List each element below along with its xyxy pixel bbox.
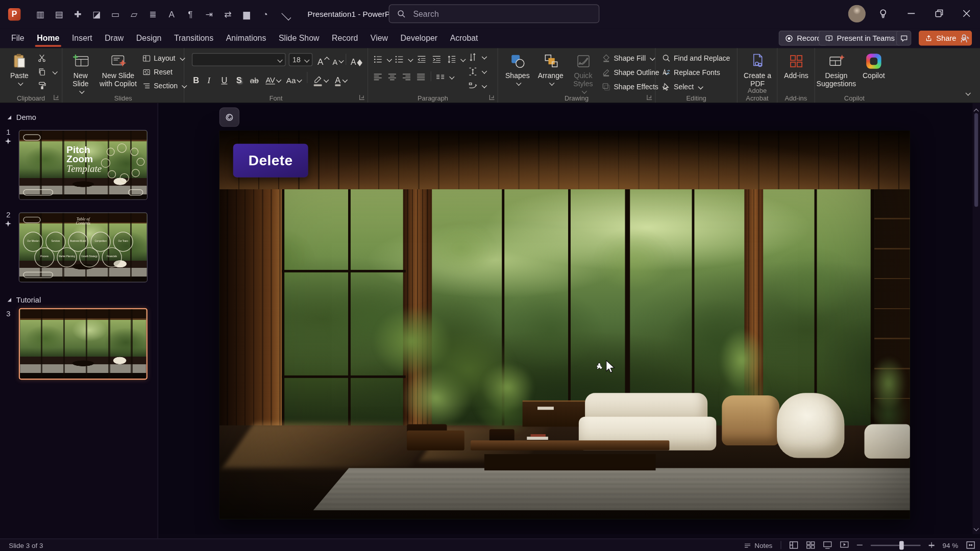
bold-button[interactable]: B <box>193 71 199 85</box>
align-right-button[interactable] <box>402 70 411 83</box>
character-spacing-button[interactable]: AV <box>265 71 281 85</box>
align-lines-icon[interactable]: ≣ <box>148 9 157 19</box>
presenter-coach-icon[interactable] <box>960 33 971 44</box>
clipboard-dialog-launcher[interactable] <box>54 95 59 100</box>
bullets-button[interactable] <box>373 53 391 65</box>
change-case-button[interactable]: Aa <box>286 71 302 85</box>
chart-bar-icon[interactable]: ▆ <box>242 9 251 19</box>
add-ins-button[interactable]: Add-ins <box>780 49 813 80</box>
vertical-scrollbar[interactable] <box>972 103 980 534</box>
zoom-level[interactable]: 94 % <box>942 541 958 549</box>
justify-button[interactable] <box>416 70 426 83</box>
comments-button[interactable] <box>896 31 911 45</box>
strikethrough-button[interactable]: ab <box>250 71 259 85</box>
increase-indent-button[interactable] <box>432 53 441 65</box>
tab-developer[interactable]: Developer <box>394 28 444 48</box>
drawing-dialog-launcher[interactable] <box>647 95 652 100</box>
text-direction-button[interactable] <box>468 51 486 63</box>
section-header-tutorial[interactable]: Tutorial <box>8 295 41 304</box>
format-painter-button[interactable] <box>37 80 46 92</box>
font-size-combo[interactable]: 18 <box>289 53 313 66</box>
select-button[interactable]: Select <box>662 81 703 93</box>
columns-button[interactable] <box>435 70 454 83</box>
close-button[interactable] <box>961 8 972 19</box>
tab-animations[interactable]: Animations <box>219 28 272 48</box>
search-input[interactable] <box>412 9 571 19</box>
avatar[interactable] <box>848 5 866 22</box>
tab-acrobat[interactable]: Acrobat <box>444 28 484 48</box>
grow-font-button[interactable]: A <box>317 53 329 66</box>
shrink-font-button[interactable]: A <box>332 53 343 66</box>
crop-icon[interactable]: ▱ <box>129 9 138 19</box>
zoom-in-button[interactable] <box>928 542 934 548</box>
placeholder-box-icon[interactable]: ▭ <box>111 9 120 19</box>
shape-fill-button[interactable]: Shape Fill <box>602 52 654 64</box>
search-box[interactable] <box>389 5 600 23</box>
shapes-button[interactable]: Shapes <box>502 49 533 85</box>
tab-transitions[interactable]: Transitions <box>168 28 220 48</box>
reset-button[interactable]: Reset <box>142 66 173 78</box>
view-slide-sorter-button[interactable] <box>806 541 815 549</box>
swap-objects-icon[interactable]: ⇄ <box>223 9 232 19</box>
new-slide-with-copilot-button[interactable]: New Slide with Copilot <box>97 49 139 88</box>
maximize-restore-button[interactable] <box>934 8 944 19</box>
minimize-button[interactable] <box>905 8 917 19</box>
design-suggestions-button[interactable]: Design Suggestions <box>816 49 856 88</box>
notes-button[interactable]: Notes <box>744 541 772 549</box>
tab-home[interactable]: Home <box>31 28 66 48</box>
section-header-demo[interactable]: Demo <box>8 113 36 122</box>
tab-view[interactable]: View <box>364 28 395 48</box>
tab-file[interactable]: File <box>5 28 31 48</box>
copilot-button[interactable]: Copilot <box>857 49 890 80</box>
distribute-vertical-icon[interactable]: ▥ <box>36 9 45 19</box>
slide-thumbnail-3-selected[interactable] <box>19 308 148 380</box>
shape-corner-icon[interactable]: ◪ <box>92 9 101 19</box>
clear-formatting-button[interactable]: A <box>351 53 362 66</box>
font-color-button[interactable]: A <box>334 71 347 85</box>
move-objects-icon[interactable]: ✚ <box>73 9 82 19</box>
italic-button[interactable]: I <box>208 71 211 85</box>
present-in-teams-button[interactable]: Present in Teams <box>819 31 901 45</box>
powerpoint-logo-icon[interactable]: P <box>8 8 20 20</box>
align-left-button[interactable] <box>373 70 382 83</box>
copy-button[interactable] <box>37 66 57 78</box>
font-dialog-launcher[interactable] <box>359 95 364 100</box>
section-button[interactable]: Section <box>142 80 186 92</box>
replace-fonts-button[interactable]: Replace Fonts <box>662 66 720 79</box>
lightbulb-icon[interactable] <box>877 8 889 19</box>
find-and-replace-button[interactable]: Find and Replace <box>662 52 730 64</box>
tab-record[interactable]: Record <box>326 28 364 48</box>
fit-to-window-button[interactable] <box>966 541 975 549</box>
tab-draw[interactable]: Draw <box>99 28 130 48</box>
align-center-button[interactable] <box>387 70 397 83</box>
create-a-pdf-button[interactable]: Create a PDF <box>740 49 775 88</box>
slide-thumbnail-1[interactable]: Pitch Zoom Template <box>19 130 148 200</box>
shape-style-icon[interactable]: ◔ <box>261 9 270 19</box>
customize-qat-chevron-icon[interactable] <box>279 9 291 19</box>
layout-button[interactable]: Layout <box>142 52 184 64</box>
distribute-horizontal-icon[interactable]: ▤ <box>55 9 64 19</box>
scrollbar-thumb[interactable] <box>974 113 978 207</box>
view-slideshow-button[interactable] <box>840 541 849 549</box>
numbering-button[interactable] <box>395 53 413 65</box>
line-spacing-button[interactable] <box>447 53 465 65</box>
tab-design[interactable]: Design <box>130 28 168 48</box>
slide-3-canvas[interactable]: Delete <box>219 131 910 519</box>
paste-button[interactable]: Paste <box>5 49 34 85</box>
convert-to-smartart-button[interactable] <box>468 80 486 92</box>
align-text-button[interactable] <box>468 65 486 77</box>
quick-styles-button[interactable]: Quick Styles <box>568 49 598 93</box>
paragraph-dialog-launcher[interactable] <box>489 95 495 100</box>
zoom-slider-thumb[interactable] <box>899 541 904 549</box>
tab-forward-icon[interactable]: ⇥ <box>204 9 213 19</box>
tab-slide-show[interactable]: Slide Show <box>273 28 326 48</box>
zoom-out-button[interactable] <box>857 544 863 545</box>
scroll-down-icon[interactable] <box>974 521 978 533</box>
slide-thumbnail-2[interactable]: Table of Contents Our Mission Services B… <box>19 212 148 282</box>
text-shadow-button[interactable]: S <box>236 71 242 85</box>
decrease-indent-button[interactable] <box>417 53 426 65</box>
paragraph-marks-icon[interactable]: ¶ <box>186 9 195 19</box>
font-letter-icon[interactable]: A <box>167 9 176 19</box>
underline-button[interactable]: U <box>221 71 227 85</box>
tab-insert[interactable]: Insert <box>66 28 99 48</box>
